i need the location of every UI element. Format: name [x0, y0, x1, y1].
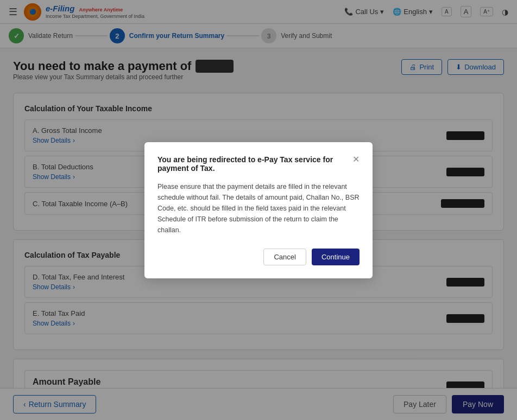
modal-continue-button[interactable]: Continue — [312, 249, 360, 265]
modal-body: Please ensure that the payment details a… — [157, 181, 360, 236]
modal-overlay: You are being redirected to e-Pay Tax se… — [0, 0, 517, 420]
modal-cancel-button[interactable]: Cancel — [263, 249, 306, 265]
modal-header: You are being redirected to e-Pay Tax se… — [157, 155, 360, 173]
modal-dialog: You are being redirected to e-Pay Tax se… — [144, 142, 373, 278]
modal-footer: Cancel Continue — [157, 249, 360, 265]
modal-close-button[interactable]: ✕ — [352, 155, 360, 164]
modal-title: You are being redirected to e-Pay Tax se… — [157, 155, 352, 173]
